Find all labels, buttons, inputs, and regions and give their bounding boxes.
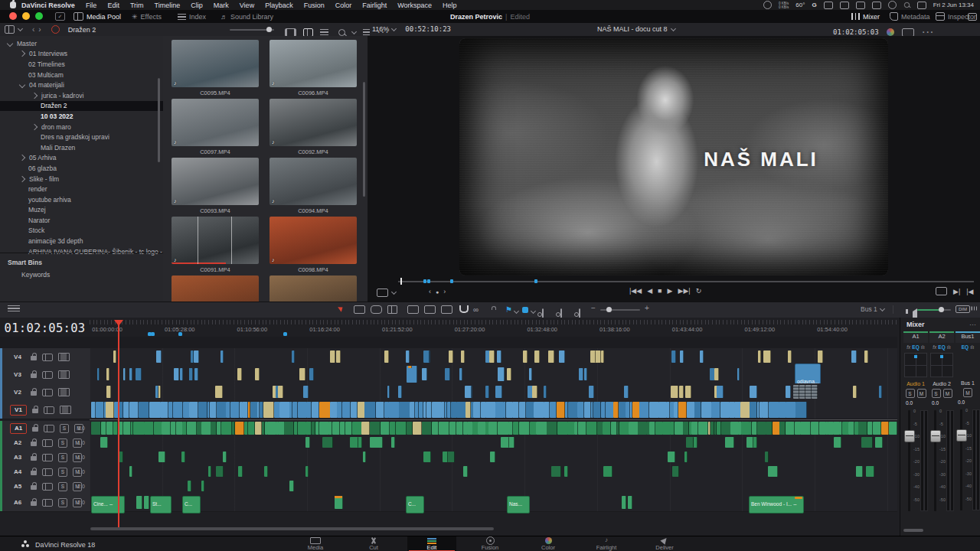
timeline-clip[interactable]: [398, 386, 402, 398]
timeline-clip[interactable]: [406, 350, 410, 363]
timeline-clip[interactable]: [422, 422, 433, 435]
timeline-clip[interactable]: [449, 350, 453, 363]
audio-clip[interactable]: [628, 496, 632, 509]
timeline-clip[interactable]: [619, 402, 626, 418]
timeline-clip[interactable]: [701, 402, 712, 418]
track-thumbnail-icon[interactable]: [58, 353, 70, 361]
timeline-clip[interactable]: [700, 350, 704, 363]
timeline-clip[interactable]: [507, 368, 512, 380]
timeline-clip[interactable]: [188, 481, 191, 491]
track-header-V3[interactable]: V3: [0, 366, 90, 384]
sound-library-toggle[interactable]: ♬Sound Library: [220, 10, 273, 23]
timeline-clip[interactable]: [544, 386, 547, 398]
clip-thumbnail[interactable]: ♪: [270, 40, 357, 87]
timeline-clip[interactable]: [242, 402, 247, 418]
auto-select-icon[interactable]: [42, 371, 53, 379]
menu-playback[interactable]: Playback: [265, 2, 293, 9]
timeline-marker[interactable]: [178, 332, 182, 336]
timeline-clip[interactable]: [530, 422, 537, 435]
track-lane-A5[interactable]: [90, 479, 897, 494]
timeline-clip[interactable]: [649, 422, 655, 435]
timeline-clip[interactable]: [485, 402, 495, 418]
timeline-clip[interactable]: [858, 422, 867, 435]
blade-edit-mode-icon[interactable]: [387, 305, 397, 314]
track-name-A2[interactable]: A2: [10, 439, 25, 448]
bin-expand-arrow[interactable]: [19, 155, 25, 161]
tab-color[interactable]: Color: [524, 536, 573, 551]
timeline-clip[interactable]: [694, 402, 701, 418]
linked-selection-icon[interactable]: ∞: [473, 305, 479, 314]
bin-sidebar-toggle[interactable]: [5, 25, 15, 34]
marker-icon[interactable]: [522, 307, 528, 313]
timeline-clip[interactable]: [305, 422, 312, 435]
mixer-mute-button[interactable]: M: [943, 389, 952, 398]
lock-icon[interactable]: [32, 409, 38, 413]
timeline-marker[interactable]: [283, 332, 287, 336]
timeline-clip[interactable]: [237, 368, 242, 380]
timeline-clip[interactable]: [578, 422, 586, 435]
timeline-clip[interactable]: [191, 350, 193, 363]
go-to-start-button[interactable]: |◀◀: [629, 287, 642, 295]
timeline-clip[interactable]: [629, 422, 638, 435]
timeline-clip[interactable]: [550, 402, 557, 418]
track-lane-A3[interactable]: [90, 450, 897, 465]
timeline-clip[interactable]: [603, 422, 611, 435]
timeline-clip[interactable]: [390, 422, 396, 435]
audio-clip[interactable]: [144, 496, 149, 509]
track-lane-A6[interactable]: Cine...~St...C...C...Nas...Ben Winwood -…: [90, 494, 897, 512]
lock-icon[interactable]: [31, 373, 37, 378]
lock-icon[interactable]: [31, 485, 37, 490]
timeline-clip[interactable]: [91, 422, 101, 435]
timeline-clip[interactable]: [106, 402, 114, 418]
menu-trim[interactable]: Trim: [130, 2, 144, 9]
timeline-clip[interactable]: [501, 437, 509, 448]
timeline-clip[interactable]: [330, 402, 337, 418]
match-frame-icon[interactable]: [936, 287, 947, 295]
timeline-clip[interactable]: [750, 402, 757, 418]
timeline-clip[interactable]: [638, 422, 646, 435]
timeline-clip[interactable]: [384, 350, 388, 363]
bin-item[interactable]: 05 Arhiva: [0, 153, 163, 164]
auto-select-icon[interactable]: [42, 454, 53, 461]
track-name-A5[interactable]: A5: [10, 482, 25, 491]
media-pool-toggle[interactable]: Media Pool: [74, 10, 121, 23]
track-header-A4[interactable]: A4SM1.0: [0, 465, 90, 480]
timeline-clip[interactable]: [548, 350, 554, 363]
timeline-clip[interactable]: [593, 402, 601, 418]
timeline-clip[interactable]: [113, 350, 116, 363]
prev-edit-icon[interactable]: |◀: [966, 288, 973, 295]
timeline-clip[interactable]: [853, 386, 857, 398]
timeline-clip[interactable]: [364, 402, 376, 418]
timeline-clip[interactable]: [488, 422, 498, 435]
media-clip[interactable]: ♪C0097.MP4: [172, 99, 259, 155]
track-header-V2[interactable]: V2: [0, 383, 90, 402]
track-header-V4[interactable]: V4: [0, 348, 90, 367]
viewer-size-icon[interactable]: [377, 289, 388, 297]
named-audio-clip[interactable]: C...: [182, 496, 201, 514]
timeline-clip[interactable]: [624, 386, 629, 398]
timeline-clip[interactable]: [544, 402, 550, 418]
audio-clip[interactable]: [136, 496, 142, 509]
list-view-icon[interactable]: [320, 29, 328, 35]
bin-expand-arrow[interactable]: [19, 51, 25, 57]
track-lane-V3[interactable]: odjavna...: [90, 366, 897, 384]
timeline-clip[interactable]: [523, 350, 528, 363]
timeline-clip[interactable]: [255, 368, 259, 380]
timeline-clip[interactable]: [456, 402, 466, 418]
flag-icon[interactable]: ⚑: [505, 305, 512, 314]
timeline-clip[interactable]: [230, 402, 240, 418]
clip-thumbnail[interactable]: ♪: [172, 276, 259, 302]
timeline-clip[interactable]: [136, 368, 142, 380]
timeline-clip[interactable]: [757, 422, 766, 435]
timeline-clip[interactable]: [220, 350, 224, 363]
media-clip[interactable]: ♪C0093.MP4: [172, 158, 259, 214]
timeline-clip[interactable]: [655, 422, 663, 435]
timeline-clip[interactable]: [459, 368, 462, 380]
menu-mark[interactable]: Mark: [214, 2, 229, 9]
bin-item[interactable]: Slike - film: [0, 174, 163, 184]
tab-media[interactable]: Media: [291, 536, 340, 551]
bin-item[interactable]: Dres na gradskoj upravi: [0, 132, 163, 142]
timeline-clip[interactable]: [162, 422, 171, 435]
timeline-clip[interactable]: [129, 402, 139, 418]
named-audio-clip[interactable]: Cine...~: [91, 496, 125, 514]
